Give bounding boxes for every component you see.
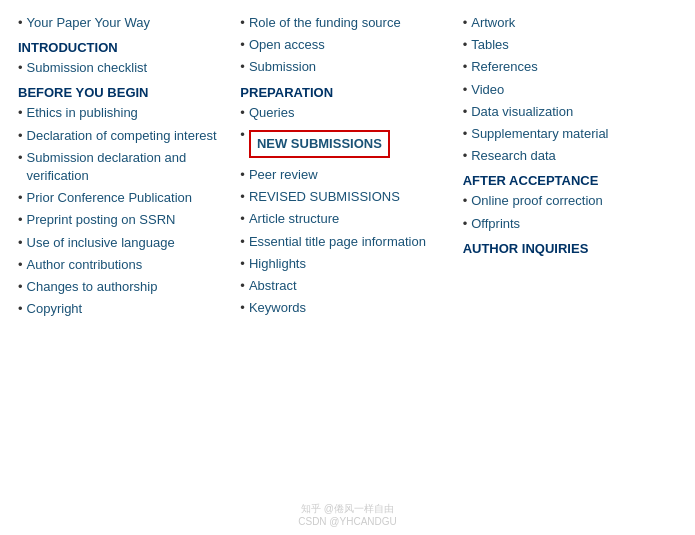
watermark: 知乎 @倦风一样自由CSDN @YHCANDGU: [298, 502, 397, 527]
bullet-icon: •: [18, 256, 23, 274]
bullet-icon: •: [18, 104, 23, 122]
item-label[interactable]: Video: [471, 81, 504, 99]
online-proof-item[interactable]: • Online proof correction: [463, 192, 669, 210]
section-header: PREPARATION: [240, 85, 446, 100]
item-label[interactable]: Changes to authorship: [27, 278, 158, 296]
list-item[interactable]: • Video: [463, 81, 669, 99]
list-item[interactable]: • Article structure: [240, 210, 446, 228]
bullet-icon: •: [463, 147, 468, 165]
column-1: • Your Paper Your Way INTRODUCTION • Sub…: [18, 10, 232, 525]
item-label[interactable]: Research data: [471, 147, 556, 165]
list-item[interactable]: • Offprints: [463, 215, 669, 233]
list-item[interactable]: • Highlights: [240, 255, 446, 273]
bullet-icon: •: [463, 125, 468, 143]
list-item[interactable]: • Open access: [240, 36, 446, 54]
column-2: • Role of the funding source • Open acce…: [232, 10, 454, 525]
item-label[interactable]: Abstract: [249, 277, 297, 295]
new-submissions-item[interactable]: • NEW SUBMISSIONS: [240, 126, 446, 162]
bullet-icon: •: [463, 14, 468, 32]
item-label[interactable]: REVISED SUBMISSIONS: [249, 188, 400, 206]
item-label[interactable]: References: [471, 58, 537, 76]
item-label[interactable]: Use of inclusive language: [27, 234, 175, 252]
list-item[interactable]: • Abstract: [240, 277, 446, 295]
list-item[interactable]: • Data visualization: [463, 103, 669, 121]
bullet-icon: •: [240, 277, 245, 295]
new-submissions-label[interactable]: NEW SUBMISSIONS: [257, 136, 382, 151]
item-label[interactable]: Open access: [249, 36, 325, 54]
bullet-icon: •: [240, 104, 245, 122]
item-label[interactable]: Submission declaration and verification: [27, 149, 225, 185]
item-label[interactable]: Queries: [249, 104, 295, 122]
item-label[interactable]: Role of the funding source: [249, 14, 401, 32]
bullet-icon: •: [240, 255, 245, 273]
list-item[interactable]: • Peer review: [240, 166, 446, 184]
list-item[interactable]: • References: [463, 58, 669, 76]
section-header: AUTHOR INQUIRIES: [463, 241, 669, 256]
item-label[interactable]: Your Paper Your Way: [27, 14, 150, 32]
section-header: INTRODUCTION: [18, 40, 224, 55]
item-label[interactable]: Data visualization: [471, 103, 573, 121]
bullet-icon: •: [463, 81, 468, 99]
item-label[interactable]: Submission: [249, 58, 316, 76]
list-item[interactable]: • Supplementary material: [463, 125, 669, 143]
section-header: AFTER ACCEPTANCE: [463, 173, 669, 188]
list-item[interactable]: • Essential title page information: [240, 233, 446, 251]
item-label[interactable]: Essential title page information: [249, 233, 426, 251]
list-item[interactable]: • Submission: [240, 58, 446, 76]
item-label[interactable]: Ethics in publishing: [27, 104, 138, 122]
bullet-icon: •: [463, 192, 468, 210]
bullet-icon: •: [18, 149, 23, 167]
item-label[interactable]: Online proof correction: [471, 192, 603, 210]
item-label[interactable]: Article structure: [249, 210, 339, 228]
new-submissions-box[interactable]: NEW SUBMISSIONS: [249, 130, 390, 158]
bullet-icon: •: [240, 14, 245, 32]
item-label[interactable]: Author contributions: [27, 256, 143, 274]
section-header: BEFORE YOU BEGIN: [18, 85, 224, 100]
bullet-icon: •: [18, 127, 23, 145]
list-item[interactable]: • Artwork: [463, 14, 669, 32]
list-item[interactable]: • Preprint posting on SSRN: [18, 211, 224, 229]
list-item[interactable]: • Submission checklist: [18, 59, 224, 77]
item-label[interactable]: Offprints: [471, 215, 520, 233]
list-item[interactable]: • Declaration of competing interest: [18, 127, 224, 145]
bullet-icon: •: [240, 166, 245, 184]
list-item[interactable]: • Research data: [463, 147, 669, 165]
bullet-icon: •: [18, 14, 23, 32]
list-item[interactable]: • Changes to authorship: [18, 278, 224, 296]
list-item[interactable]: • Ethics in publishing: [18, 104, 224, 122]
list-item[interactable]: • Role of the funding source: [240, 14, 446, 32]
list-item[interactable]: • Keywords: [240, 299, 446, 317]
list-item[interactable]: • Queries: [240, 104, 446, 122]
bullet-icon: •: [18, 189, 23, 207]
item-label[interactable]: Declaration of competing interest: [27, 127, 217, 145]
list-item[interactable]: • Copyright: [18, 300, 224, 318]
bullet-icon: •: [240, 210, 245, 228]
list-item[interactable]: • Submission declaration and verificatio…: [18, 149, 224, 185]
item-label[interactable]: Preprint posting on SSRN: [27, 211, 176, 229]
item-label[interactable]: Prior Conference Publication: [27, 189, 192, 207]
bullet-icon: •: [240, 233, 245, 251]
item-label[interactable]: Highlights: [249, 255, 306, 273]
item-label[interactable]: Submission checklist: [27, 59, 148, 77]
bullet-icon: •: [463, 215, 468, 233]
bullet-icon: •: [18, 59, 23, 77]
bullet-icon: •: [463, 36, 468, 54]
bullet-icon: •: [18, 211, 23, 229]
list-item[interactable]: • Use of inclusive language: [18, 234, 224, 252]
item-label[interactable]: Tables: [471, 36, 509, 54]
bullet-icon: •: [18, 300, 23, 318]
item-label[interactable]: Keywords: [249, 299, 306, 317]
item-label[interactable]: Peer review: [249, 166, 318, 184]
list-item[interactable]: • Prior Conference Publication: [18, 189, 224, 207]
main-container: • Your Paper Your Way INTRODUCTION • Sub…: [0, 0, 695, 535]
bullet-icon: •: [463, 103, 468, 121]
list-item[interactable]: • Your Paper Your Way: [18, 14, 224, 32]
bullet-icon: •: [240, 36, 245, 54]
list-item[interactable]: • Author contributions: [18, 256, 224, 274]
item-label[interactable]: Copyright: [27, 300, 83, 318]
item-label[interactable]: Supplementary material: [471, 125, 608, 143]
list-item[interactable]: • Tables: [463, 36, 669, 54]
list-item[interactable]: • REVISED SUBMISSIONS: [240, 188, 446, 206]
bullet-icon: •: [240, 299, 245, 317]
item-label[interactable]: Artwork: [471, 14, 515, 32]
